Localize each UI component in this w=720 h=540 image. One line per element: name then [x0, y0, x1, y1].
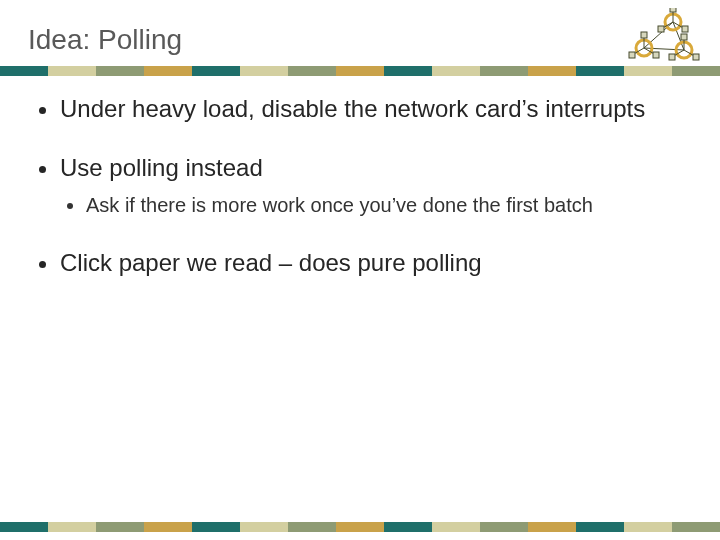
- accent-stripe-top: [0, 66, 720, 76]
- svg-rect-7: [682, 26, 688, 32]
- bullet-text: Use polling instead: [60, 154, 263, 181]
- stripe-segment: [384, 66, 432, 76]
- sub-bullet-item: Ask if there is more work once you’ve do…: [86, 193, 680, 218]
- stripe-segment: [480, 522, 528, 532]
- stripe-segment: [624, 66, 672, 76]
- stripe-segment: [0, 66, 48, 76]
- accent-stripe-bottom: [0, 522, 720, 532]
- svg-rect-14: [653, 52, 659, 58]
- slide-title: Idea: Polling: [28, 24, 720, 56]
- svg-rect-5: [670, 8, 676, 12]
- network-cluster-icon: [618, 8, 706, 66]
- stripe-segment: [432, 522, 480, 532]
- svg-rect-19: [681, 34, 687, 40]
- stripe-segment: [336, 66, 384, 76]
- svg-rect-21: [693, 54, 699, 60]
- stripe-segment: [192, 66, 240, 76]
- svg-rect-23: [669, 54, 675, 60]
- stripe-segment: [48, 66, 96, 76]
- stripe-segment: [96, 66, 144, 76]
- stripe-segment: [144, 66, 192, 76]
- svg-rect-12: [641, 32, 647, 38]
- stripe-segment: [576, 66, 624, 76]
- stripe-segment: [288, 522, 336, 532]
- stripe-segment: [528, 522, 576, 532]
- stripe-segment: [96, 522, 144, 532]
- bullet-item: Under heavy load, disable the network ca…: [60, 94, 680, 123]
- sub-bullet-list: Ask if there is more work once you’ve do…: [60, 193, 680, 218]
- stripe-segment: [240, 66, 288, 76]
- stripe-segment: [576, 522, 624, 532]
- stripe-segment: [432, 66, 480, 76]
- svg-rect-16: [629, 52, 635, 58]
- slide: Idea: Polling Under heavy load, disable …: [0, 0, 720, 540]
- stripe-segment: [144, 522, 192, 532]
- slide-body: Under heavy load, disable the network ca…: [0, 76, 720, 277]
- stripe-segment: [240, 522, 288, 532]
- stripe-segment: [0, 522, 48, 532]
- stripe-segment: [384, 522, 432, 532]
- title-area: Idea: Polling: [0, 0, 720, 60]
- stripe-segment: [48, 522, 96, 532]
- svg-rect-9: [658, 26, 664, 32]
- bullet-item: Click paper we read – does pure polling: [60, 248, 680, 277]
- stripe-segment: [528, 66, 576, 76]
- stripe-segment: [672, 522, 720, 532]
- stripe-segment: [672, 66, 720, 76]
- stripe-segment: [288, 66, 336, 76]
- bullet-list: Under heavy load, disable the network ca…: [38, 94, 680, 277]
- bullet-item: Use polling instead Ask if there is more…: [60, 153, 680, 217]
- svg-line-2: [644, 48, 684, 50]
- stripe-segment: [192, 522, 240, 532]
- stripe-segment: [624, 522, 672, 532]
- stripe-segment: [480, 66, 528, 76]
- stripe-segment: [336, 522, 384, 532]
